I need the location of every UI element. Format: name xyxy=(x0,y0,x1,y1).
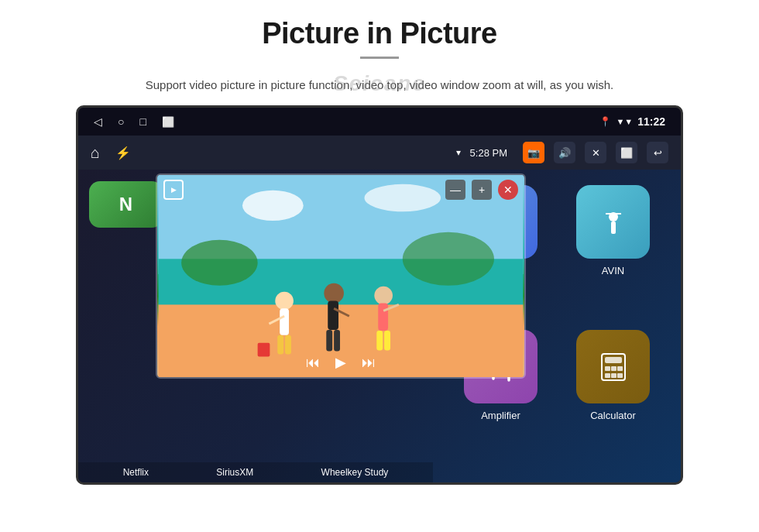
volume-button[interactable]: 🔊 xyxy=(554,142,575,163)
status-time: 11:22 xyxy=(637,115,665,128)
home-nav-icon[interactable]: ○ xyxy=(118,115,124,128)
svg-point-15 xyxy=(374,287,393,305)
status-bar-left: ◁ ○ □ ⬜ xyxy=(94,115,174,128)
svg-rect-43 xyxy=(611,373,616,378)
subtitle: Support video picture in picture functio… xyxy=(146,76,613,94)
top-bar-left: ⌂ ⚡ xyxy=(91,144,131,162)
screenshot-nav-icon[interactable]: ⬜ xyxy=(162,116,174,128)
svg-rect-29 xyxy=(611,221,616,234)
svg-rect-39 xyxy=(605,366,610,371)
pip-minimize-button[interactable]: — xyxy=(445,180,465,200)
svg-point-7 xyxy=(275,292,294,311)
pip-indicator: ▶ xyxy=(163,180,184,200)
camera-button[interactable]: 📷 xyxy=(523,142,544,163)
prev-button[interactable]: ⏮ xyxy=(306,355,320,371)
netflix-icon: N xyxy=(89,181,163,228)
signal-icon: ▼▼ xyxy=(616,117,633,126)
pip-window[interactable]: — + ✕ ▶ ⏮ ▶ ⏭ xyxy=(156,173,526,379)
close-button[interactable]: ✕ xyxy=(585,142,606,163)
svg-rect-18 xyxy=(384,331,390,351)
svg-rect-12 xyxy=(328,301,338,330)
svg-rect-8 xyxy=(280,308,289,335)
svg-point-3 xyxy=(181,240,257,286)
svg-rect-38 xyxy=(605,357,622,363)
title-divider xyxy=(360,57,399,59)
svg-point-6 xyxy=(365,184,441,211)
svg-rect-44 xyxy=(617,373,623,378)
avin-icon xyxy=(576,185,650,259)
svg-rect-22 xyxy=(258,343,270,357)
netflix-bottom-label: Netflix xyxy=(123,467,149,478)
svg-rect-40 xyxy=(611,366,616,371)
svg-rect-42 xyxy=(605,373,610,378)
svg-rect-17 xyxy=(376,331,383,351)
main-content: N S W xyxy=(78,170,681,482)
amplifier-label: Amplifier xyxy=(481,410,520,421)
svg-rect-9 xyxy=(277,335,283,355)
header-section: Picture in Picture xyxy=(0,0,759,76)
wifi-signal-icon: ▾ xyxy=(456,147,461,158)
pip-controls: — + ✕ xyxy=(445,180,518,200)
siriusxm-bottom-label: SiriusXM xyxy=(216,467,253,478)
recent-nav-icon[interactable]: □ xyxy=(139,115,146,128)
pip-expand-button[interactable]: + xyxy=(472,180,492,200)
status-bar-right: 📍 ▼▼ 11:22 xyxy=(599,115,665,128)
svg-rect-10 xyxy=(285,335,291,355)
app-item-netflix[interactable]: N xyxy=(89,181,163,228)
location-icon: 📍 xyxy=(599,116,611,127)
top-bar-right: ▾ 5:28 PM 📷 🔊 ✕ ⬜ ↩ xyxy=(456,142,668,163)
topbar-time: 5:28 PM xyxy=(470,147,507,159)
play-button[interactable]: ▶ xyxy=(335,354,346,371)
back-nav-icon[interactable]: ◁ xyxy=(94,115,102,128)
svg-rect-14 xyxy=(334,330,340,352)
page-title: Picture in Picture xyxy=(62,17,697,50)
back-button[interactable]: ↩ xyxy=(647,142,668,163)
svg-rect-16 xyxy=(378,303,388,330)
pip-video: — + ✕ ▶ ⏮ ▶ ⏭ xyxy=(157,175,524,377)
next-button[interactable]: ⏭ xyxy=(362,355,376,371)
avin-label: AVIN xyxy=(602,265,624,276)
status-bar: ◁ ○ □ ⬜ 📍 ▼▼ 11:22 xyxy=(78,108,681,136)
bottom-labels: Netflix SiriusXM Wheelkey Study xyxy=(78,462,433,482)
svg-rect-13 xyxy=(326,330,332,352)
svg-point-5 xyxy=(242,190,304,221)
calculator-label: Calculator xyxy=(590,410,636,421)
svg-rect-41 xyxy=(617,366,623,371)
app-item-calculator[interactable]: Calculator xyxy=(561,330,665,467)
home-icon[interactable]: ⌂ xyxy=(91,144,100,162)
svg-point-11 xyxy=(324,283,344,304)
pip-button[interactable]: ⬜ xyxy=(616,142,637,163)
svg-point-4 xyxy=(403,232,494,286)
top-bar: ⌂ ⚡ ▾ 5:28 PM 📷 🔊 ✕ ⬜ ↩ xyxy=(78,136,681,170)
app-item-avin[interactable]: AVIN xyxy=(561,185,665,322)
pip-close-button[interactable]: ✕ xyxy=(498,180,518,200)
wheelkey-bottom-label: Wheelkey Study xyxy=(321,467,389,478)
device-frame: ◁ ○ □ ⬜ 📍 ▼▼ 11:22 ⌂ ⚡ ▾ 5:28 PM 📷 🔊 ✕ ⬜… xyxy=(76,105,683,485)
pip-playback-controls[interactable]: ⏮ ▶ ⏭ xyxy=(306,354,376,371)
usb-icon[interactable]: ⚡ xyxy=(115,146,131,160)
calculator-icon xyxy=(576,330,650,403)
